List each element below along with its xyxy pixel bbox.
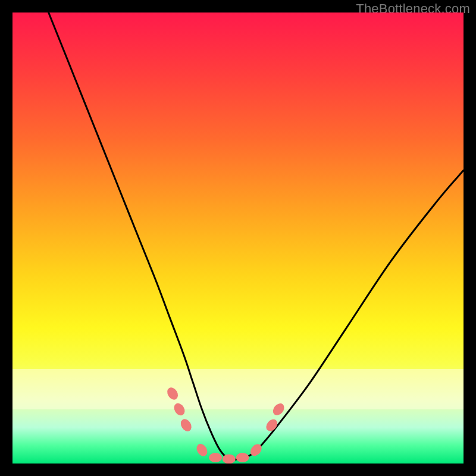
chart-area <box>12 12 464 464</box>
bottleneck-curve-line <box>49 12 464 460</box>
curve-marker <box>236 453 249 462</box>
curve-marker <box>271 401 286 417</box>
curve-marker <box>248 442 264 458</box>
curve-marker <box>209 453 222 462</box>
curve-marker <box>172 401 187 417</box>
curve-marker <box>223 454 236 464</box>
curve-marker <box>264 417 280 433</box>
outer-frame: TheBottleneck.com <box>0 0 476 476</box>
curve-marker-group <box>165 386 286 464</box>
curve-marker <box>165 386 180 402</box>
curve-marker <box>195 442 209 458</box>
curve-marker <box>178 417 193 433</box>
highlight-band <box>12 369 464 409</box>
chart-svg <box>12 12 464 464</box>
